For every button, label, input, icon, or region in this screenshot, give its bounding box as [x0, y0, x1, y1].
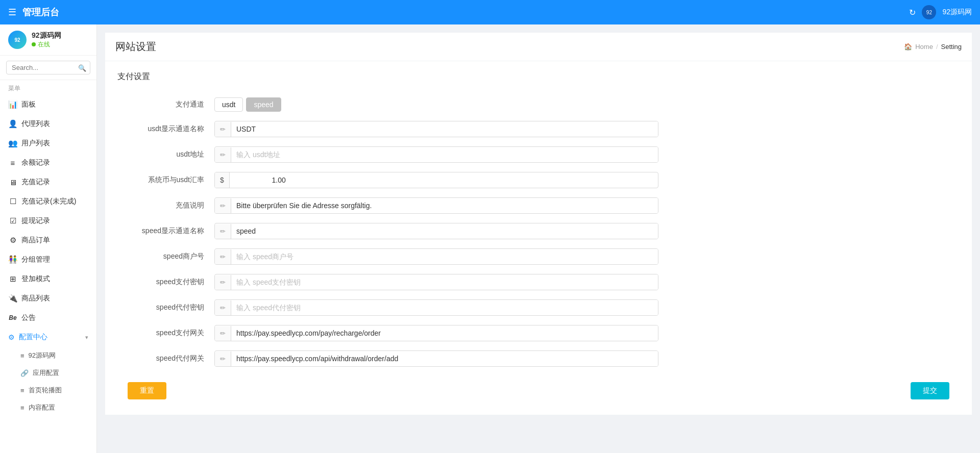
search-container: 🔍 — [0, 56, 96, 80]
sub-label: 应用配置 — [33, 368, 59, 377]
sidebar-item-products[interactable]: 🔌 商品列表 — [0, 289, 96, 308]
groups-icon: 👫 — [8, 255, 17, 264]
logo-image: 92 — [8, 31, 27, 49]
home-icon: 🏠 — [904, 43, 912, 51]
edit-icon[interactable]: ✏ — [215, 351, 231, 366]
submit-button[interactable]: 提交 — [911, 382, 949, 399]
speed-agent-key-input[interactable] — [231, 300, 658, 315]
site-name: 92源码网 — [32, 31, 61, 40]
sidebar-item-recharge[interactable]: 🖥 充值记录 — [0, 172, 96, 192]
edit-icon[interactable]: ✏ — [215, 224, 231, 239]
usdt-address-input-wrapper: ✏ — [214, 146, 658, 163]
rate-input-wrapper: $ — [214, 172, 658, 188]
sidebar-item-label: 公告 — [21, 313, 36, 322]
edit-icon[interactable]: ✏ — [215, 198, 231, 213]
edit-icon[interactable]: ✏ — [215, 122, 231, 137]
usdt-address-input[interactable] — [231, 147, 658, 162]
speed-pay-key-input[interactable] — [231, 274, 658, 290]
sidebar: 92 92源码网 在线 🔍 菜单 📊 面板 👤 代理列表 — [0, 24, 97, 453]
speed-merchant-field: ✏ — [214, 248, 658, 265]
speed-merchant-row: speed商户号 ✏ — [117, 248, 960, 265]
speed-pay-gateway-input-wrapper: ✏ — [214, 325, 658, 341]
charge-description-input-wrapper: ✏ — [214, 197, 658, 214]
speed-merchant-input[interactable] — [231, 249, 658, 264]
sidebar-item-balance[interactable]: ≡ 余额记录 — [0, 153, 96, 172]
sidebar-sub-banner[interactable]: ≡ 首页轮播图 — [0, 382, 96, 399]
speed-channel-name-input[interactable] — [231, 223, 658, 239]
page-title: 网站设置 — [115, 40, 156, 54]
speed-pay-gateway-input[interactable] — [231, 325, 658, 341]
speed-channel-name-row: speed显示通道名称 ✏ — [117, 223, 960, 239]
edit-icon[interactable]: ✏ — [215, 249, 231, 264]
hamburger-button[interactable]: ☰ — [8, 7, 16, 18]
sidebar-sub-92[interactable]: ≡ 92源码网 — [0, 347, 96, 364]
recharge-incomplete-icon: ☐ — [8, 197, 17, 206]
usdt-channel-name-row: usdt显示通道名称 ✏ — [117, 121, 960, 137]
sidebar-item-announce[interactable]: Be 公告 — [0, 308, 96, 328]
sidebar-item-label: 面板 — [21, 100, 36, 109]
sidebar-logo: 92 92源码网 在线 — [0, 24, 96, 56]
speed-agent-key-label: speed代付密钥 — [117, 303, 209, 312]
sidebar-item-users[interactable]: 👥 用户列表 — [0, 134, 96, 153]
sidebar-item-dashboard[interactable]: 📊 面板 — [0, 95, 96, 114]
channel-usdt-button[interactable]: usdt — [214, 97, 243, 112]
config-group-left: ⚙ 配置中心 — [8, 333, 47, 342]
speed-agent-key-field: ✏ — [214, 299, 658, 316]
speed-merchant-input-wrapper: ✏ — [214, 248, 658, 265]
speed-pay-gateway-row: speed支付网关 ✏ — [117, 325, 960, 341]
sub-label: 内容配置 — [29, 403, 55, 412]
speed-agent-gateway-label: speed代付网关 — [117, 354, 209, 363]
app-title: 管理后台 — [22, 6, 59, 18]
channel-speed-button[interactable]: speed — [246, 97, 281, 112]
edit-icon[interactable]: ✏ — [215, 275, 231, 290]
edit-icon[interactable]: ✏ — [215, 326, 231, 341]
edit-icon[interactable]: ✏ — [215, 300, 231, 315]
header-right: ↻ 92 92源码网 — [909, 5, 972, 19]
sidebar-item-withdraw[interactable]: ☑ 提现记录 — [0, 211, 96, 231]
menu-label: 菜单 — [0, 80, 96, 95]
sidebar-item-orders[interactable]: ⚙ 商品订单 — [0, 231, 96, 250]
speed-channel-name-input-wrapper: ✏ — [214, 223, 658, 239]
speed-agent-gateway-input[interactable] — [231, 351, 658, 366]
speed-channel-name-field: ✏ — [214, 223, 658, 239]
recharge-icon: 🖥 — [8, 178, 17, 187]
speed-merchant-label: speed商户号 — [117, 252, 209, 261]
speed-pay-gateway-label: speed支付网关 — [117, 329, 209, 338]
sidebar-sub-content[interactable]: ≡ 内容配置 — [0, 399, 96, 416]
status-dot — [32, 42, 36, 46]
sidebar-item-agents[interactable]: 👤 代理列表 — [0, 114, 96, 134]
usdt-channel-name-input[interactable] — [231, 121, 658, 137]
reset-button[interactable]: 重置 — [128, 382, 166, 399]
edit-icon[interactable]: ✏ — [215, 147, 231, 162]
orders-icon: ⚙ — [8, 236, 17, 245]
channel-buttons: usdt speed — [214, 97, 658, 112]
sub-label: 92源码网 — [29, 351, 56, 360]
settings-card: 支付设置 支付通道 usdt speed usdt显示通道名称 ✏ — [105, 61, 972, 415]
sidebar-item-label: 充值记录 — [21, 178, 50, 187]
sidebar-config-group[interactable]: ⚙ 配置中心 ▾ — [0, 328, 96, 347]
charge-description-input[interactable] — [231, 198, 658, 213]
sidebar-item-login-mode[interactable]: ⊞ 登加模式 — [0, 269, 96, 289]
breadcrumb-separator: / — [936, 43, 938, 51]
sidebar-sub-app[interactable]: 🔗 应用配置 — [0, 364, 96, 382]
payment-channel-label: 支付通道 — [117, 100, 209, 109]
sidebar-item-label: 商品订单 — [21, 236, 50, 245]
charge-description-label: 充值说明 — [117, 201, 209, 210]
sub-icon-content: ≡ — [20, 404, 24, 412]
breadcrumb-home[interactable]: Home — [915, 43, 933, 51]
usdt-address-field: ✏ — [214, 146, 658, 163]
sidebar-item-label: 提现记录 — [21, 216, 50, 225]
speed-channel-name-label: speed显示通道名称 — [117, 226, 209, 236]
exchange-rate-input[interactable] — [230, 172, 291, 188]
sidebar-item-label: 商品列表 — [21, 294, 50, 303]
search-wrapper: 🔍 — [6, 61, 90, 74]
sidebar-item-groups[interactable]: 👫 分组管理 — [0, 250, 96, 269]
refresh-icon[interactable]: ↻ — [909, 8, 916, 17]
sub-icon-banner: ≡ — [20, 387, 24, 394]
main-layout: 92 92源码网 在线 🔍 菜单 📊 面板 👤 代理列表 — [0, 24, 980, 453]
logo-info: 92源码网 在线 — [32, 31, 61, 49]
sidebar-item-recharge-incomplete[interactable]: ☐ 充值记录(未完成) — [0, 192, 96, 211]
sub-label: 首页轮播图 — [29, 386, 62, 395]
products-icon: 🔌 — [8, 294, 17, 303]
rate-prefix: $ — [215, 172, 230, 188]
